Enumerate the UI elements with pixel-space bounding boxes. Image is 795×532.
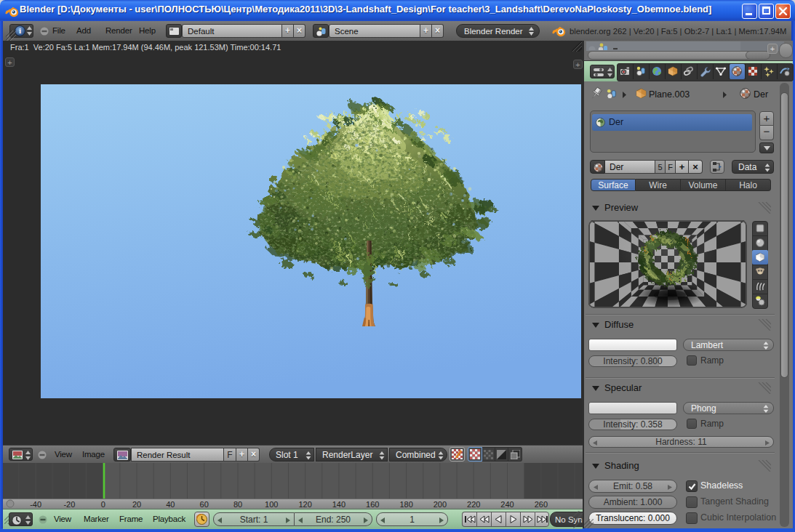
svg-text:240: 240 (500, 500, 514, 509)
svg-text:160: 160 (366, 500, 379, 509)
svg-text:120: 120 (298, 500, 311, 509)
svg-text:180: 180 (399, 500, 412, 509)
svg-text:-40: -40 (30, 500, 41, 509)
svg-text:60: 60 (200, 500, 209, 509)
svg-text:0: 0 (101, 500, 105, 509)
svg-text:200: 200 (434, 500, 447, 509)
svg-text:220: 220 (467, 500, 480, 509)
svg-text:80: 80 (233, 500, 242, 509)
svg-text:100: 100 (265, 500, 278, 509)
svg-text:20: 20 (132, 500, 141, 509)
svg-text:140: 140 (332, 500, 345, 509)
svg-text:-20: -20 (63, 500, 75, 509)
svg-text:40: 40 (166, 500, 175, 509)
svg-text:260: 260 (535, 500, 548, 509)
